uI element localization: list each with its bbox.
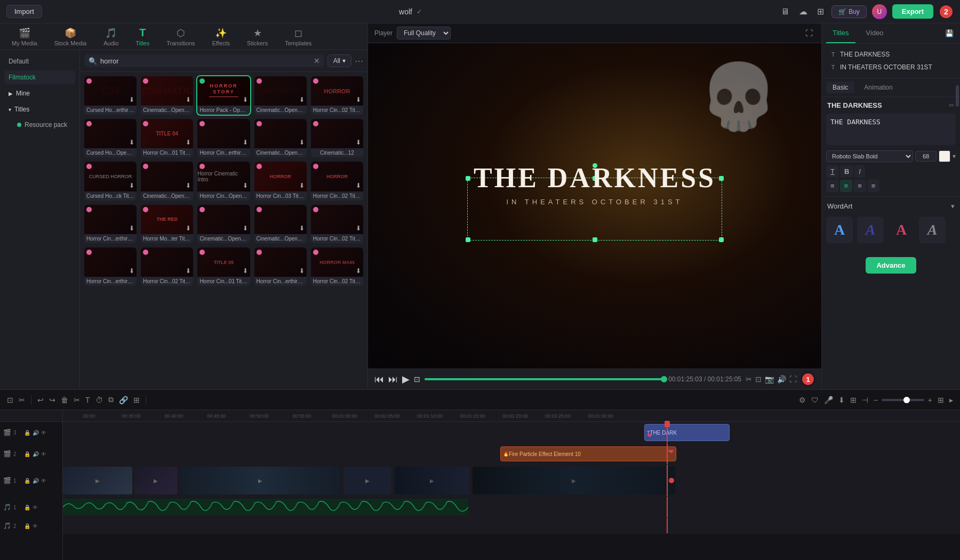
text-edit-field[interactable]: THE DARKNESS [830,118,951,139]
edit-icon-button[interactable]: ✏ [949,101,955,109]
media-card-9[interactable]: ⬇ Cinematic...12 [311,119,363,157]
underline-button[interactable]: T [826,165,839,178]
lock-btn-a1[interactable]: 🔒 [24,505,30,510]
media-card-11[interactable]: ⬇ Cinematic...Opener 02 [141,162,193,200]
cut-button[interactable]: ✂ [72,394,82,406]
cloud-icon[interactable]: ☁ [797,4,810,19]
timer-button[interactable]: ⏱ [94,394,105,406]
vis-btn-3[interactable]: 👁 [41,430,46,436]
sidebar-item-default[interactable]: Default [4,54,75,68]
expand-icon-button[interactable]: ▾ [953,153,956,160]
video-clip-4[interactable]: ▶ [395,467,469,494]
crop-tool-button[interactable]: ✂ [17,394,27,406]
undo-button[interactable]: ↩ [36,394,45,406]
video-clip-1[interactable]: ▶ [134,467,177,494]
zoom-out-btn[interactable]: − [872,394,879,406]
tab-stickers[interactable]: ★ Stickers [239,24,275,50]
tab-templates[interactable]: ◻ Templates [277,24,319,50]
fullscreen-icon[interactable]: ⛶ [803,27,815,39]
redo-button[interactable]: ↪ [47,394,57,406]
subtab-animation[interactable]: Animation [858,82,899,93]
volume-icon-btn[interactable]: 🔊 [777,375,786,383]
delete-button[interactable]: 🗑 [59,394,70,406]
video-clip-5[interactable]: ▶ [473,467,675,494]
media-card-4[interactable]: HORROR ⬇ Horror Cin...02 Title 06 [311,76,363,115]
advance-button[interactable]: Advance [866,257,916,274]
media-card-17[interactable]: ⬇ Cinematic...Opener 04 [197,205,250,243]
crop-icon-btn[interactable]: ⊡ [755,375,762,383]
filter-button[interactable]: All ▾ [327,54,351,67]
grid-icon-btn[interactable]: ⊞ [849,394,858,406]
tab-titles[interactable]: T Titles [128,23,157,50]
sidebar-item-mine[interactable]: ▶ Mine [4,86,75,100]
play-button[interactable]: ▶ [402,373,410,385]
sidebar-item-filmstock[interactable]: Filmstock [4,70,75,84]
frame-view-button[interactable]: ⊡ [414,375,420,383]
lock-btn-3[interactable]: 🔒 [24,430,30,436]
media-card-6[interactable]: TITLE 04 ⬇ Horror Cin...01 Title 04 [141,119,193,157]
media-card-18[interactable]: ⬇ Cinematic...Opener 07 [254,205,307,243]
select-tool-button[interactable]: ⊡ [5,394,15,406]
detach-icon-btn[interactable]: ⊣ [860,394,870,406]
shield-icon-btn[interactable]: 🛡 [810,394,820,406]
skip-back-button[interactable]: ⏮ [374,374,384,385]
video-clip-2[interactable]: ▶ [180,467,340,494]
media-card-3[interactable]: CINEMATIC ⬇ Cinematic...Opener 01 [254,76,307,115]
tab-my-media[interactable]: 🎬 My Media [4,24,45,50]
tab-titles-right[interactable]: Titles [826,23,855,43]
wordart-opt-3[interactable]: A [919,217,946,243]
wordart-opt-1[interactable]: A [857,217,884,243]
camera-icon-btn[interactable]: 📷 [765,375,774,383]
font-size-input[interactable] [915,151,937,162]
media-card-10[interactable]: CURSED HORROR ⬇ Cursed Ho...ck Title 01 [84,162,137,200]
color-swatch[interactable] [939,150,950,162]
media-card-2[interactable]: HORROR STORY ⬇ Horror Pack - Opener 1 [197,76,250,115]
settings-icon-btn[interactable]: ⚙ [797,394,807,406]
link-button[interactable]: 🔗 [117,394,130,406]
step-back-button[interactable]: ⏭ [388,374,398,385]
audio-clip-1[interactable] [63,499,468,516]
media-card-13[interactable]: HORROR ⬇ Horror Cin...03 Title 02 [254,162,307,200]
audio-btn-3[interactable]: 🔊 [33,430,39,436]
align-right-button[interactable]: ≡ [853,180,866,192]
media-card-21[interactable]: ⬇ Horror Cin...02 Title 01 [141,247,193,286]
sidebar-item-resource-pack[interactable]: Resource pack [13,118,75,131]
vis-btn-1v[interactable]: 👁 [41,478,46,484]
text-layer-1[interactable]: T IN THEATERS OCTOBER 31ST [826,61,956,74]
import-icon-btn[interactable]: ⬇ [837,394,846,406]
vis-btn-a1[interactable]: 👁 [33,505,38,510]
media-card-14[interactable]: HORROR ⬇ Horror Cin...02 Title 08 [311,162,363,200]
wordart-expand-button[interactable]: ▾ [951,202,955,210]
media-card-1[interactable]: CINEMATIC ⬇ Cinematic...Opener 05 [141,76,193,115]
vis-btn-2[interactable]: 👁 [41,451,46,457]
tab-audio[interactable]: 🎵 Audio [96,24,126,50]
copy-button[interactable]: ⧉ [107,394,115,406]
zoom-in-btn[interactable]: + [926,394,934,406]
font-select[interactable]: Roboto Slab Bold [826,150,913,162]
media-card-20[interactable]: ⬇ Horror Cin...erthird 03 [84,247,137,286]
tab-transitions[interactable]: ⬡ Transitions [159,24,202,50]
progress-bar[interactable] [425,378,664,380]
buy-button[interactable]: 🛒 Buy [831,5,867,18]
split-button[interactable]: ⊞ [132,394,141,406]
lock-btn-2[interactable]: 🔒 [24,451,30,457]
media-card-22[interactable]: TITLE 05 ⬇ Horror Cin...01 Title 05 [197,247,250,286]
media-card-24[interactable]: HORROR MAIN ⬇ Horror Cin...02 Title 07 [311,247,363,286]
mic-icon-btn[interactable]: 🎤 [822,394,835,406]
media-card-23[interactable]: ⬇ Horror Cin...erthird 02 [254,247,307,286]
tab-stock-media[interactable]: 📦 Stock Media [47,24,94,50]
media-card-15[interactable]: ⬇ Horror Cin...erthird 04 [84,205,137,243]
tab-effects[interactable]: ✨ Effects [205,24,237,50]
avatar[interactable]: U [872,4,887,19]
text-button[interactable]: T [84,394,92,406]
media-card-12[interactable]: Horror Cinematic Intro ⬇ Horror Cin...Op… [197,162,250,200]
zoom-slider[interactable] [882,399,924,401]
media-card-0[interactable]: CH ⬇ Cursed Ho...erthird 02 [84,76,137,115]
align-justify-button[interactable]: ≡ [867,180,880,192]
media-card-16[interactable]: THE RED ⬇ Horror Mo...ter Title 02 [141,205,193,243]
close-search-button[interactable]: ✕ [314,57,320,65]
video-clip-0[interactable]: ▶ [63,467,132,494]
cut-icon-btn[interactable]: ✂ [746,375,752,383]
media-card-5[interactable]: ⬇ Cursed Ho...Opener 01 [84,119,137,157]
media-card-19[interactable]: ⬇ Horror Cin...02 Title 05 [311,205,363,243]
